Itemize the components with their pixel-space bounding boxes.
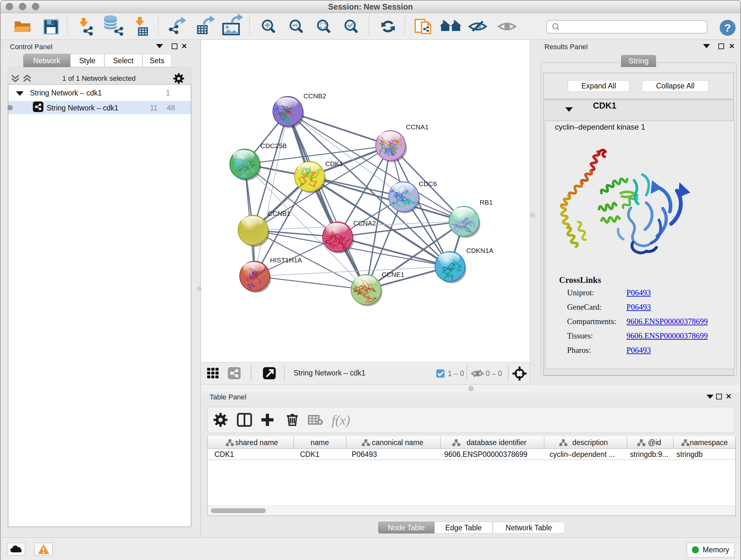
svg-text:CDK1: CDK1	[325, 160, 343, 167]
svg-text:CDKN1A: CDKN1A	[466, 247, 493, 254]
svg-text:1 – 0: 1 – 0	[448, 369, 464, 378]
svg-text:@id: @id	[648, 438, 661, 447]
svg-text:CCNB1: CCNB1	[268, 210, 290, 217]
svg-text:namespace: namespace	[690, 438, 728, 447]
svg-text:f(x): f(x)	[332, 413, 350, 428]
svg-text:CCNB2: CCNB2	[304, 92, 326, 100]
svg-text:0 – 0: 0 – 0	[486, 369, 502, 378]
svg-text:CCNA1: CCNA1	[406, 123, 428, 131]
svg-text:shared name: shared name	[235, 438, 278, 447]
svg-text:name: name	[311, 438, 329, 447]
svg-text:CCNA2: CCNA2	[353, 219, 376, 227]
svg-text:HIST1H1A: HIST1H1A	[270, 256, 302, 264]
svg-text:CDC6: CDC6	[419, 180, 437, 187]
svg-text:CCNE1: CCNE1	[382, 271, 404, 278]
svg-text:CDC25B: CDC25B	[260, 142, 287, 149]
svg-text:RB1: RB1	[480, 199, 493, 206]
svg-text:description: description	[572, 438, 608, 447]
svg-text:database identifier: database identifier	[467, 438, 527, 447]
svg-text:?: ?	[724, 22, 731, 34]
svg-text:canonical name: canonical name	[372, 438, 423, 447]
